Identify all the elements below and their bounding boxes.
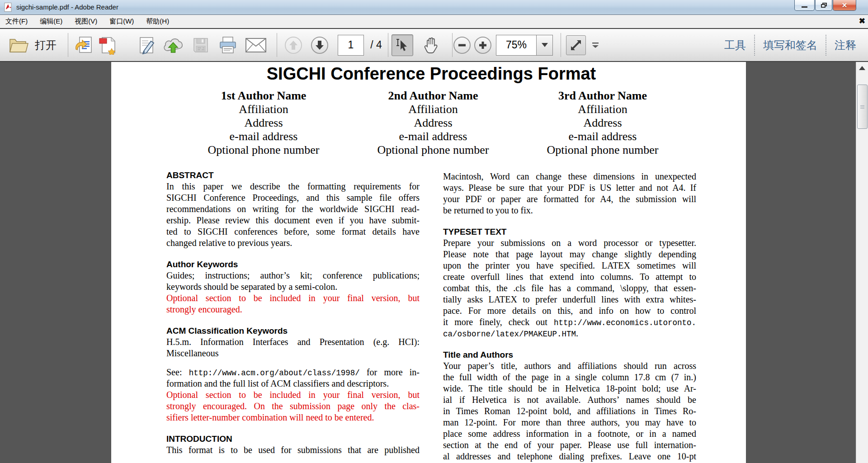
author-name: 2nd Author Name — [334, 89, 533, 103]
select-tool-button[interactable] — [392, 29, 413, 61]
open-button-label: 打开 — [35, 38, 57, 52]
create-pdf-icon — [99, 36, 118, 55]
text-line: man 12-point. For more than three author… — [443, 417, 696, 428]
zoom-in-button[interactable] — [474, 29, 492, 61]
url-text: ca/osborne/latex/PMAKEUP.HTM — [443, 330, 576, 339]
text-line: in Times Roman 12-point bold, and affili… — [443, 406, 696, 417]
author-line: Address — [164, 116, 363, 130]
page-down-icon — [315, 40, 324, 50]
tab-2[interactable]: 注释 — [826, 38, 864, 52]
email-button[interactable] — [244, 29, 268, 61]
paragraph: H.5.m. Information Interfaces and Presen… — [166, 336, 420, 359]
text-line: ership. Please review this document even… — [166, 215, 420, 226]
author-line: Affiliation — [503, 103, 702, 116]
next-page-button[interactable] — [310, 29, 329, 61]
author-line: Affiliation — [164, 103, 363, 116]
print-button[interactable] — [218, 29, 238, 61]
paragraph: This format is to be used for submission… — [166, 444, 420, 456]
scrollbar-thumb[interactable] — [857, 85, 868, 129]
create-pdf-button[interactable] — [98, 29, 118, 61]
menu-item-1[interactable]: 编辑(E) — [35, 16, 67, 27]
text-line: This format is to be used for submission… — [166, 444, 420, 456]
paragraph: In this paper we describe the formatting… — [166, 181, 420, 249]
text-line: tially asks LATEX to prefer underfull li… — [443, 294, 696, 305]
restore-button[interactable] — [815, 0, 832, 11]
menu-bar: 文件(F)编辑(E)视图(V)窗口(W)帮助(H) ✖ — [0, 15, 868, 28]
open-button[interactable]: 打开 — [3, 29, 62, 61]
text-line: al addresses and telephone dialing prefi… — [443, 451, 696, 462]
close-icon: ✕ — [842, 2, 848, 9]
zoom-out-icon — [458, 41, 466, 49]
fit-width-button[interactable] — [566, 29, 586, 61]
cloud-upload-button[interactable] — [162, 29, 184, 61]
paragraph: Macintosh, Word can change these dimensi… — [443, 171, 696, 216]
section-heading: ABSTRACT — [166, 170, 420, 181]
zoom-dropdown-button[interactable] — [537, 35, 553, 56]
text-line: Optional section to be included in your … — [166, 389, 420, 401]
author-block-1: 1st Author NameAffiliationAddresse-mail … — [164, 89, 363, 157]
close-button[interactable]: ✕ — [833, 0, 856, 11]
hand-tool-button[interactable] — [420, 29, 442, 61]
minimize-icon — [802, 6, 807, 8]
text-line: ca/osborne/latex/PMAKEUP.HTM. — [443, 328, 696, 339]
sign-button[interactable] — [137, 29, 157, 61]
page-count: / 4 — [366, 29, 386, 61]
minimize-button[interactable] — [794, 0, 815, 11]
text-line: Please note that page layout may change … — [443, 249, 696, 260]
paragraph: Optional section to be included in your … — [166, 389, 420, 423]
author-block-2: 2nd Author NameAffiliationAddresse-mail … — [334, 89, 533, 157]
section-heading: ACM Classification Keywords — [166, 325, 420, 336]
text-line: combat this, the .cls file has a command… — [443, 283, 696, 294]
close-document-icon[interactable]: ✖ — [859, 16, 865, 26]
author-line: e-mail address — [334, 130, 533, 143]
author-block-3: 3rd Author NameAffiliationAddresse-mail … — [503, 89, 702, 157]
menu-item-4[interactable]: 帮助(H) — [142, 16, 174, 27]
scroll-up-button[interactable] — [856, 62, 868, 74]
text-line: See: http://www.acm.org/about/class/1998… — [166, 367, 420, 378]
window-title: sigchi-sample.pdf - Adobe Reader — [16, 3, 118, 11]
author-name: 1st Author Name — [164, 89, 363, 103]
menu-item-3[interactable]: 窗口(W) — [105, 16, 138, 27]
text-line: Optional section to be included in your … — [166, 293, 420, 304]
url-text: http://www.acm.org/about/class/1998/ — [189, 369, 360, 378]
text-line: ial if Helvetica is not available. Autho… — [443, 394, 696, 406]
paragraph: Optional section to be included in your … — [166, 293, 420, 315]
text-line: strongly encouraged. — [166, 304, 420, 315]
text-line: wide. The title should be in Helvetica 1… — [443, 383, 696, 394]
text-line: Miscellaneous — [166, 348, 420, 359]
zoom-out-button[interactable] — [453, 29, 471, 61]
sign-icon — [137, 36, 156, 55]
toolbar-more-icon — [592, 42, 599, 48]
author-line: Optional phone number — [334, 143, 533, 157]
text-line: Prepare your submissions on a word proce… — [443, 237, 696, 249]
document-viewport[interactable]: SIGCHI Conference Proceedings Format 1st… — [0, 62, 856, 463]
scroll-up-icon — [859, 66, 865, 70]
text-line: section at the end of your paper. Please… — [443, 439, 696, 451]
previous-page-button[interactable] — [284, 29, 303, 61]
export-pdf-button[interactable] — [73, 29, 94, 61]
vertical-scrollbar[interactable] — [856, 62, 868, 463]
section-heading: INTRODUCTION — [166, 433, 420, 444]
print-icon — [218, 36, 237, 55]
save-button[interactable] — [191, 29, 211, 61]
url-text: http://www.economics.utoronto. — [554, 318, 696, 327]
title-bar[interactable]: sigchi-sample.pdf - Adobe Reader ✕ — [0, 0, 868, 15]
tab-1[interactable]: 填写和签名 — [755, 38, 826, 52]
save-icon — [192, 36, 210, 54]
zoom-level-combo[interactable]: 75% — [495, 29, 553, 61]
tab-0[interactable]: 工具 — [716, 38, 754, 52]
page-number-field[interactable]: 1 — [337, 29, 364, 61]
text-line: ways. Please be sure that your PDF is US… — [443, 182, 696, 194]
author-line: Address — [334, 116, 533, 130]
toolbar: 打开 — [0, 28, 868, 62]
hand-tool-icon — [424, 37, 439, 54]
select-tool-icon — [396, 38, 409, 52]
author-line: Affiliation — [334, 103, 533, 116]
toolbar-more-button[interactable] — [590, 29, 601, 61]
menu-item-0[interactable]: 文件(F) — [1, 16, 32, 27]
restore-icon — [821, 3, 827, 8]
text-line: sifiers letter-number combination will n… — [166, 412, 420, 423]
menu-item-2[interactable]: 视图(V) — [70, 16, 102, 27]
text-line: be returned to you to fix. — [443, 205, 696, 216]
text-line: place some address information in a foot… — [443, 428, 696, 439]
